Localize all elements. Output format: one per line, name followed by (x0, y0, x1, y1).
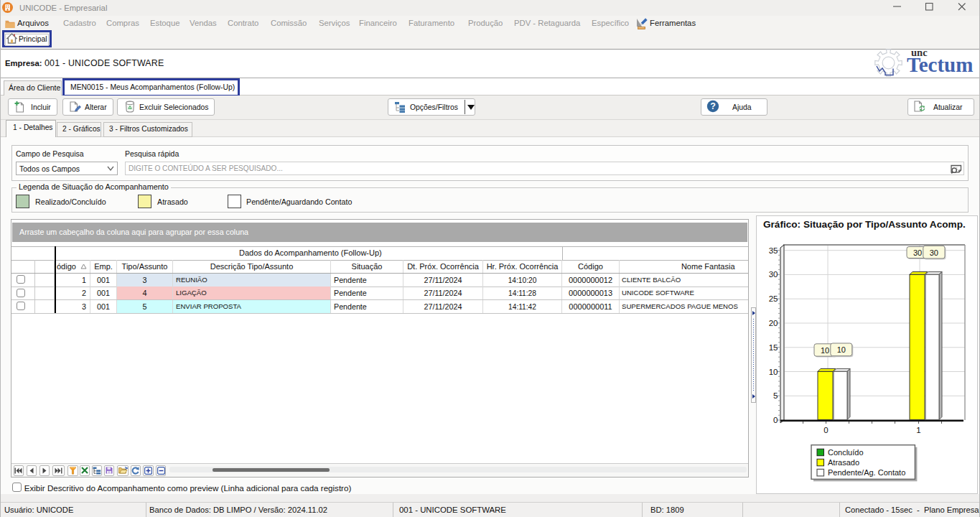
svg-text:10: 10 (821, 346, 829, 355)
svg-text:Concluído: Concluído (828, 448, 864, 457)
svg-text:20: 20 (769, 319, 778, 327)
svg-text:30: 30 (769, 270, 778, 279)
svg-text:10: 10 (769, 368, 778, 376)
svg-text:10: 10 (837, 345, 846, 354)
svg-text:Pendente/Ag. Contato: Pendente/Ag. Contato (828, 468, 905, 477)
svg-text:30: 30 (913, 248, 922, 257)
svg-text:5: 5 (773, 391, 778, 400)
svg-text:1: 1 (916, 426, 920, 434)
svg-text:35: 35 (769, 246, 778, 255)
svg-text:?: ? (710, 101, 716, 111)
svg-text:0: 0 (823, 426, 828, 434)
svg-text:Atrasado: Atrasado (828, 458, 859, 467)
svg-text:15: 15 (769, 343, 778, 352)
svg-text:0: 0 (773, 416, 778, 424)
svg-text:25: 25 (769, 294, 778, 303)
svg-text:30: 30 (930, 248, 938, 257)
